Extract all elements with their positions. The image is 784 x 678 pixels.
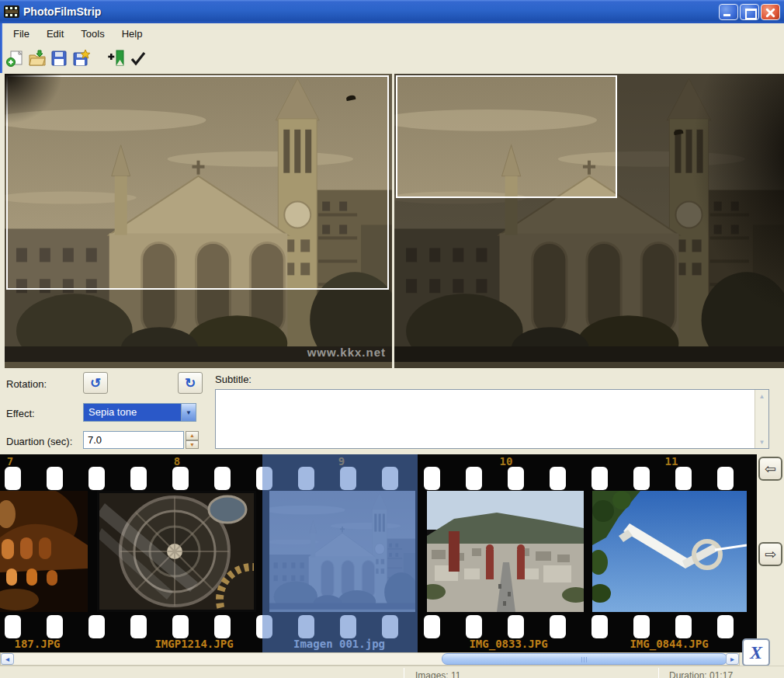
- status-images-count: Images: 11: [415, 670, 460, 678]
- close-button[interactable]: [761, 4, 780, 20]
- frame-filename-selected: Imagen 001.jpg: [293, 638, 385, 650]
- sprocket-hole: [424, 467, 440, 490]
- menu-edit[interactable]: Edit: [40, 26, 71, 42]
- save-project-as-button[interactable]: [70, 47, 92, 69]
- selection-tint: [269, 491, 415, 612]
- sprocket-hole: [130, 467, 147, 490]
- title-bar[interactable]: PhotoFilmStrip: [0, 0, 784, 23]
- motion-crop-rect-end[interactable]: [396, 75, 617, 198]
- sprocket-hole: [172, 467, 189, 490]
- status-total-duration: Duration: 01:17: [669, 670, 733, 678]
- photofilmstrip-window: PhotoFilmStrip File Edit Tools Help: [0, 0, 784, 678]
- delete-x-icon: X: [750, 642, 762, 663]
- sprocket-hole: [508, 467, 524, 490]
- sprocket-hole: [591, 615, 608, 638]
- save-project-as-icon: [71, 49, 90, 68]
- scroll-up-button[interactable]: ▲: [755, 390, 768, 402]
- sprocket-hole: [382, 615, 398, 638]
- effect-label: Effect:: [6, 408, 35, 419]
- menu-bar: File Edit Tools Help: [0, 23, 784, 43]
- sprocket-hole: [633, 615, 650, 638]
- sprocket-hole: [214, 467, 231, 490]
- move-frame-left-button[interactable]: ⇦: [758, 457, 782, 481]
- calatrava-tower-photo: [592, 491, 747, 612]
- duration-spinner: ▲ ▼: [186, 431, 199, 449]
- rotate-left-button[interactable]: ↺: [83, 372, 108, 394]
- spin-up-button[interactable]: ▲: [186, 431, 199, 440]
- scroll-left-icon: ◂: [5, 655, 9, 663]
- sprocket-holes-bottom: [0, 615, 757, 638]
- frame-number: 7: [7, 455, 13, 468]
- sprocket-hole: [382, 467, 398, 490]
- minimize-button[interactable]: [719, 4, 738, 20]
- sprocket-hole: [130, 615, 147, 638]
- subtitle-textarea[interactable]: [216, 390, 755, 448]
- subtitle-label: Subtitle:: [215, 374, 252, 385]
- sprocket-hole: [5, 467, 21, 490]
- menu-tools[interactable]: Tools: [74, 26, 111, 42]
- frame-filename: 187.JPG: [14, 638, 60, 650]
- scroll-right-button[interactable]: ▸: [726, 653, 739, 665]
- effect-dropdown[interactable]: Sepia tone ▼: [83, 403, 196, 422]
- import-pictures-button[interactable]: [106, 47, 127, 69]
- effect-dropdown-button[interactable]: ▼: [181, 404, 196, 421]
- preview-area: www.kkx.net: [0, 73, 784, 369]
- sprocket-hole: [88, 467, 105, 490]
- thumbnail-imgp1214[interactable]: [97, 491, 256, 612]
- spin-up-icon: ▲: [189, 433, 195, 438]
- statusbar-separator: [404, 668, 404, 678]
- spin-down-button[interactable]: ▼: [186, 440, 199, 450]
- sprocket-hole: [340, 615, 356, 638]
- new-project-button[interactable]: [5, 47, 26, 69]
- sprocket-hole: [47, 467, 63, 490]
- sprocket-hole: [550, 615, 566, 638]
- menu-help[interactable]: Help: [115, 26, 150, 42]
- thumbnail-img0833[interactable]: [427, 491, 584, 612]
- filmstrip: 7 8 9 10 11: [0, 454, 757, 652]
- effect-selected-value: Sepia tone: [84, 404, 181, 421]
- scroll-down-button[interactable]: ▼: [755, 436, 768, 448]
- filmstrip-scrollbar[interactable]: ◂ ▸: [0, 652, 740, 666]
- sprocket-hole: [172, 615, 189, 638]
- rotation-label: Rotation:: [6, 378, 47, 390]
- sprocket-hole: [340, 467, 356, 490]
- import-pictures-icon: [107, 49, 126, 68]
- thumbnail-imagen001-selected[interactable]: [269, 491, 415, 612]
- statusbar-separator: [658, 668, 659, 678]
- subtitle-scrollbar: ▲ ▼: [755, 390, 768, 448]
- sprocket-hole: [466, 615, 482, 638]
- sprocket-hole: [591, 467, 608, 490]
- sprocket-hole: [550, 467, 566, 490]
- rotate-right-button[interactable]: ↻: [178, 372, 203, 394]
- menu-file[interactable]: File: [6, 26, 36, 42]
- frame-filename: IMG_0844.JPG: [630, 638, 708, 650]
- duration-label: Duartion (sec):: [6, 436, 72, 447]
- app-icon: [4, 5, 19, 19]
- scroll-left-button[interactable]: ◂: [1, 653, 14, 665]
- save-project-button[interactable]: [48, 47, 70, 69]
- frame-number: 11: [665, 455, 678, 468]
- dome-ceiling-photo: [97, 491, 256, 612]
- sprocket-hole: [5, 615, 21, 638]
- sprocket-hole: [508, 615, 524, 638]
- maximize-button[interactable]: [740, 4, 759, 20]
- remove-frame-button[interactable]: X: [742, 638, 770, 666]
- save-project-icon: [50, 49, 68, 68]
- thumbnail-187[interactable]: [0, 491, 88, 612]
- scroll-right-icon: ▸: [730, 655, 734, 663]
- move-frame-right-button[interactable]: ⇨: [758, 542, 782, 566]
- open-project-button[interactable]: [26, 47, 48, 69]
- motion-crop-rect-start[interactable]: [6, 75, 389, 290]
- scrollbar-thumb[interactable]: [442, 653, 727, 665]
- duration-input[interactable]: [83, 431, 184, 449]
- frame-filename: IMG_0833.JPG: [469, 638, 547, 650]
- sprocket-hole: [256, 467, 272, 490]
- sprocket-hole: [88, 615, 105, 638]
- window-title: PhotoFilmStrip: [23, 5, 101, 18]
- arrow-right-icon: ⇨: [765, 546, 776, 563]
- render-filmstrip-button[interactable]: [127, 47, 149, 69]
- sprocket-hole: [298, 615, 314, 638]
- scroll-down-icon: ▼: [759, 439, 765, 446]
- arrow-left-icon: ⇦: [765, 461, 776, 478]
- thumbnail-img0844[interactable]: [592, 491, 747, 612]
